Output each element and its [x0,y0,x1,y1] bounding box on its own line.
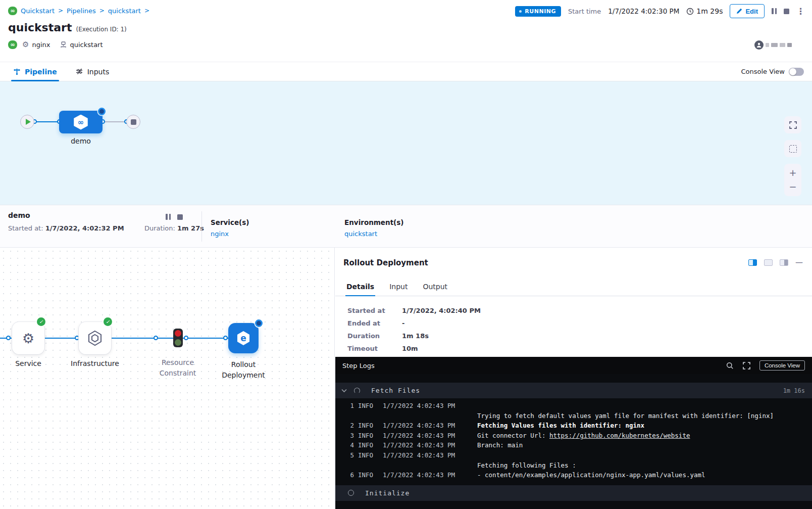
running-stage-name: demo [8,211,30,219]
log-console[interactable]: Fetch Files 1m 16s 1INFO1/7/2022 4:02:43… [335,374,812,509]
step-node-service[interactable]: ⚙ ✓ [12,322,44,354]
detail-row: Timeout10m [347,342,481,355]
redacted-text [787,43,792,47]
log-section-initialize[interactable]: Initialize [335,485,812,501]
tab-inputs[interactable]: Inputs [75,62,110,81]
environments-label: Environment(s) [344,218,403,226]
edge-port [6,336,11,340]
edit-button[interactable]: Edit [730,4,765,18]
zoom-controls: + − [784,164,801,196]
pipeline-start-node[interactable] [20,115,34,129]
expand-logs-icon[interactable] [743,362,750,369]
pipeline-end-node[interactable] [126,115,140,129]
stage-step-canvas[interactable]: ⚙ ✓ Service ✓ Infrastructure Resource Co… [0,248,335,509]
breadcrumb-link-pipelines[interactable]: Pipelines [67,7,96,15]
cd-stage-icon: ∞ [73,115,89,130]
zoom-in-button[interactable]: + [789,168,796,177]
detail-row: Ended at- [347,317,481,330]
breadcrumb-separator: > [144,7,149,14]
edge-port [154,336,158,340]
log-lines: 1INFO1/7/2022 4:02:43 PMTrying to fetch … [335,398,812,482]
executor-info [754,40,792,50]
services-label: Service(s) [211,218,249,226]
step-label-infrastructure: Infrastructure [65,359,125,367]
step-label-resource-constraint: Resource Constraint [153,357,203,379]
running-spinner-icon [255,319,263,327]
stop-node-icon [131,119,136,125]
tab-pipeline[interactable]: Pipeline [13,62,57,81]
layout-bottom-view-icon[interactable] [764,259,773,266]
log-row: 1INFO1/7/2022 4:02:43 PM [335,401,812,411]
tab-details[interactable]: Details [346,277,374,296]
log-row: 4INFO1/7/2022 4:02:43 PMBranch: main [335,440,812,450]
gear-icon: ⚙ [22,41,29,49]
stage-stop-button[interactable] [177,214,183,220]
divider [201,211,202,242]
service-tag: ⚙ nginx [22,41,50,49]
running-spinner-icon [354,388,360,394]
pipeline-icon [13,68,21,75]
rollout-icon: e [236,331,250,345]
log-section-fetch-files[interactable]: Fetch Files 1m 16s [335,383,812,398]
log-row: 5INFO1/7/2022 4:02:43 PM [335,450,812,460]
edge [103,121,126,122]
tab-output[interactable]: Output [423,277,447,296]
zoom-out-button[interactable]: − [789,182,796,192]
step-node-resource-constraint[interactable] [173,329,183,347]
step-label-service: Service [2,359,55,367]
step-node-rollout-deployment[interactable]: e [228,323,259,353]
log-row: 6INFO1/7/2022 4:02:43 PM- content/en/exa… [335,470,812,480]
pause-button[interactable] [772,8,777,14]
status-dot-icon [519,10,522,13]
fit-to-screen-button[interactable] [784,116,801,133]
log-row: Fetching following Files : [335,460,812,471]
hexagon-icon [87,330,103,346]
step-details-table: Started at1/7/2022, 4:02:40 PM Ended at-… [347,304,481,355]
marquee-icon [789,145,797,153]
console-view-toggle[interactable] [789,68,804,76]
gear-icon: ⚙ [22,332,34,345]
log-section-name: Initialize [365,489,410,497]
breadcrumb: ∞ Quickstart > Pipelines > quickstart > [8,5,149,16]
environment-link[interactable]: quickstart [344,230,403,238]
detail-row: Duration1m 18s [347,330,481,342]
layout-split-view-icon[interactable] [748,259,757,266]
service-link[interactable]: nginx [211,230,249,238]
execution-id: (Execution ID: 1) [76,26,126,33]
breadcrumb-separator: > [99,7,105,14]
breadcrumb-link-project[interactable]: Quickstart [21,7,55,15]
redacted-text [766,43,769,47]
edge [34,121,59,122]
layout-right-view-icon[interactable] [780,259,788,266]
stop-button[interactable] [784,9,789,14]
minimize-panel-icon[interactable]: — [795,259,803,266]
success-check-icon: ✓ [104,317,112,326]
step-node-infrastructure[interactable]: ✓ [79,322,111,354]
log-section-name: Fetch Files [371,387,420,394]
log-link[interactable]: https://github.com/kubernetes/website [549,432,690,439]
breadcrumb-link-pipeline[interactable]: quickstart [108,7,141,15]
pending-circle-icon [348,490,354,496]
stage-node-label: demo [59,137,103,145]
start-time-label: Start time [568,8,601,15]
breadcrumb-separator: > [58,7,63,14]
duration-value: 1m 27s [177,224,204,232]
person-icon [756,42,762,48]
traffic-green-icon [175,339,181,346]
running-spinner-icon [98,108,106,115]
stage-pause-button[interactable] [166,214,171,220]
marquee-select-button[interactable] [784,140,801,157]
step-label-rollout-deployment: Rollout Deployment [216,359,271,381]
started-at-label: Started at: [8,224,43,232]
search-icon[interactable] [726,362,734,369]
tab-input[interactable]: Input [389,277,408,296]
stage-node-demo[interactable]: ∞ [59,111,103,133]
pipeline-canvas[interactable]: ∞ demo + − [0,81,812,205]
logs-console-view-button[interactable]: Console View [759,360,805,371]
cd-module-icon: ∞ [8,40,17,49]
user-avatar [754,40,764,50]
kebab-menu-icon[interactable]: ⋮ [796,7,805,16]
view-tabbar: Pipeline Inputs Console View [0,62,812,81]
started-at-value: 1/7/2022, 4:02:32 PM [45,224,124,232]
edge-port [184,336,188,340]
